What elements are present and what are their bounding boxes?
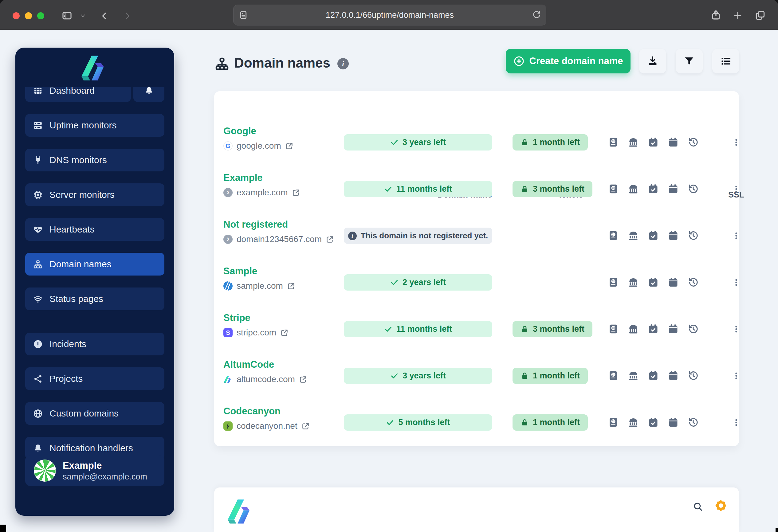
zoom-window-button[interactable] — [37, 12, 44, 19]
table-row: AltumCode altumcode.com 3 years left 1 m… — [214, 352, 739, 399]
check-icon — [390, 138, 398, 147]
footer-card — [214, 487, 739, 532]
sidebar-item-uptime-monitors[interactable]: Uptime monitors — [25, 114, 164, 137]
external-link-icon[interactable] — [280, 329, 289, 337]
domain-name-link[interactable]: Google — [223, 125, 256, 137]
sidebar-item-status-pages[interactable]: Status pages — [25, 287, 164, 310]
registrar-icon[interactable] — [628, 370, 639, 381]
registrar-icon[interactable] — [628, 324, 639, 335]
share-icon[interactable] — [710, 9, 721, 21]
sidebar-item-custom-domains[interactable]: Custom domains — [25, 402, 164, 425]
calendar-icon[interactable] — [668, 137, 679, 148]
back-icon[interactable] — [100, 11, 109, 21]
sidebar-item-dashboard[interactable]: Dashboard — [25, 87, 131, 102]
calendar-check-icon[interactable] — [648, 370, 659, 381]
minimize-window-button[interactable] — [25, 12, 32, 19]
history-icon[interactable] — [688, 417, 699, 428]
create-domain-name-button[interactable]: Create domain name — [506, 49, 630, 73]
calendar-check-icon[interactable] — [648, 137, 659, 148]
external-link-icon[interactable] — [326, 235, 334, 244]
kebab-menu-icon[interactable] — [732, 133, 740, 152]
sidebar-toggle-icon[interactable] — [61, 10, 73, 21]
table-row: Stripe stripe.com 11 months left 3 month… — [214, 305, 739, 352]
domain-name-link[interactable]: Sample — [223, 266, 257, 277]
domain-name-link[interactable]: Example — [223, 172, 263, 183]
calendar-icon[interactable] — [668, 417, 679, 428]
tab-overview-icon[interactable] — [755, 10, 766, 21]
kebab-menu-icon[interactable] — [732, 273, 740, 292]
kebab-menu-icon[interactable] — [732, 179, 740, 199]
sidebar-item-label: Incidents — [50, 339, 86, 349]
calendar-icon[interactable] — [668, 183, 679, 194]
sidebar-item-dns-monitors[interactable]: DNS monitors — [25, 149, 164, 171]
history-icon[interactable] — [688, 183, 699, 194]
calendar-check-icon[interactable] — [648, 230, 659, 241]
cpu-icon — [33, 190, 43, 200]
sidebar-nav: Dashboard Uptime monitors DNS monitors S… — [15, 87, 174, 516]
page-settings-icon[interactable] — [238, 10, 248, 20]
search-icon[interactable] — [693, 502, 703, 512]
plus-circle-icon — [514, 56, 525, 67]
reload-icon[interactable] — [532, 10, 541, 20]
whois-passport-icon[interactable] — [608, 277, 619, 288]
calendar-check-icon[interactable] — [648, 324, 659, 335]
external-link-icon[interactable] — [292, 189, 300, 197]
new-tab-icon[interactable] — [733, 11, 743, 20]
registrar-icon[interactable] — [628, 137, 639, 148]
registrar-icon[interactable] — [628, 417, 639, 428]
external-link-icon[interactable] — [287, 282, 295, 290]
whois-passport-icon[interactable] — [608, 137, 619, 148]
calendar-check-icon[interactable] — [648, 183, 659, 194]
globe-icon — [33, 409, 43, 418]
history-icon[interactable] — [688, 370, 699, 381]
history-icon[interactable] — [688, 137, 699, 148]
sidebar-item-server-monitors[interactable]: Server monitors — [25, 183, 164, 206]
domain-name-link[interactable]: Not registered — [223, 219, 288, 230]
sidebar-item-heartbeats[interactable]: Heartbeats — [25, 218, 164, 241]
history-icon[interactable] — [688, 277, 699, 288]
calendar-icon[interactable] — [668, 370, 679, 381]
server-icon — [33, 121, 43, 130]
history-icon[interactable] — [688, 230, 699, 241]
chevron-down-icon[interactable] — [79, 13, 87, 19]
external-link-icon[interactable] — [299, 375, 307, 384]
sidebar-item-incidents[interactable]: Incidents — [25, 333, 164, 355]
notifications-button[interactable] — [133, 87, 164, 102]
kebab-menu-icon[interactable] — [732, 226, 740, 245]
registrar-icon[interactable] — [628, 277, 639, 288]
calendar-icon[interactable] — [668, 277, 679, 288]
browser-chrome: 127.0.0.1/66uptime/domain-names — [0, 0, 778, 30]
external-link-icon[interactable] — [285, 142, 294, 150]
theme-sun-icon[interactable] — [714, 499, 728, 513]
sidebar-item-projects[interactable]: Projects — [25, 367, 164, 390]
calendar-check-icon[interactable] — [648, 417, 659, 428]
kebab-menu-icon[interactable] — [732, 320, 740, 339]
whois-passport-icon[interactable] — [608, 183, 619, 194]
domain-name-link[interactable]: Codecanyon — [223, 406, 281, 417]
profile-card[interactable]: Example sample@example.com — [25, 455, 164, 486]
close-window-button[interactable] — [13, 12, 20, 19]
calendar-icon[interactable] — [668, 324, 679, 335]
domain-name-link[interactable]: Stripe — [223, 313, 250, 324]
calendar-check-icon[interactable] — [648, 277, 659, 288]
export-button[interactable] — [639, 49, 666, 73]
columns-button[interactable] — [712, 49, 739, 73]
registrar-icon[interactable] — [628, 230, 639, 241]
info-icon[interactable] — [337, 58, 349, 69]
kebab-menu-icon[interactable] — [732, 413, 740, 432]
domain-name-link[interactable]: AltumCode — [223, 359, 274, 370]
history-icon[interactable] — [688, 324, 699, 335]
whois-passport-icon[interactable] — [608, 324, 619, 335]
registrar-icon[interactable] — [628, 183, 639, 194]
profile-name: Example — [63, 459, 147, 472]
whois-passport-icon[interactable] — [608, 417, 619, 428]
address-bar[interactable]: 127.0.0.1/66uptime/domain-names — [233, 5, 546, 25]
whois-passport-icon[interactable] — [608, 230, 619, 241]
kebab-menu-icon[interactable] — [732, 366, 740, 385]
sidebar-item-domain-names[interactable]: Domain names — [25, 253, 164, 275]
filter-button[interactable] — [676, 49, 703, 73]
whois-passport-icon[interactable] — [608, 370, 619, 381]
share-nodes-icon — [33, 374, 43, 384]
external-link-icon[interactable] — [301, 422, 310, 430]
calendar-icon[interactable] — [668, 230, 679, 241]
